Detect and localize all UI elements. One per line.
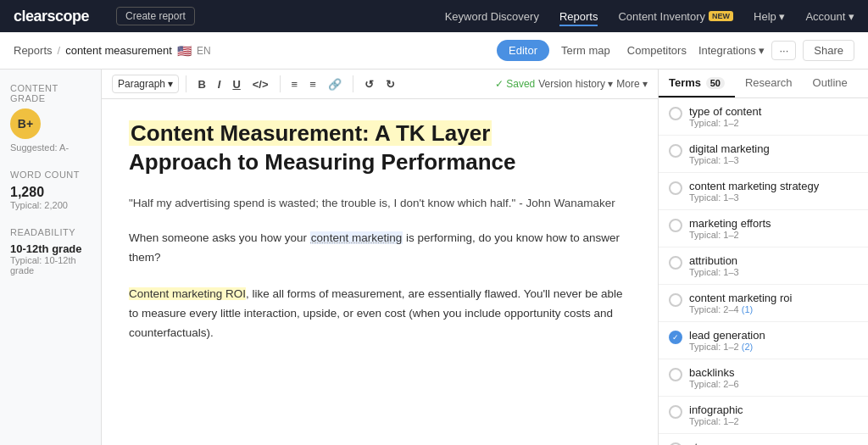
roi-highlight: Content marketing ROI (129, 287, 246, 300)
list-item[interactable]: attributionTypical: 1–3 (659, 248, 868, 285)
term-radio[interactable] (669, 144, 682, 158)
document-para2: Content marketing ROI, like all forms of… (129, 285, 631, 343)
list-item[interactable]: digital marketingTypical: 1–3 (659, 136, 868, 173)
list-item[interactable]: content marketing roiTypical: 2–4 (1) (659, 285, 868, 322)
term-radio[interactable] (669, 368, 682, 381)
logo: clearscope (14, 8, 89, 25)
term-name: backlinks (689, 366, 858, 379)
saved-status: ✓ Saved (495, 78, 535, 90)
competitors-link[interactable]: Competitors (622, 41, 692, 60)
term-name: infographic (689, 403, 858, 416)
toolbar-divider-3 (353, 75, 353, 92)
nav-keyword-discovery[interactable]: Keyword Discovery (445, 7, 539, 26)
term-name: marketing efforts (689, 217, 858, 230)
sub-navigation: Reports / content measurement 🇺🇸 EN Edit… (0, 32, 868, 70)
content-marketing-highlight: content marketing (310, 231, 403, 244)
code-button[interactable]: </> (248, 75, 273, 93)
document-para1: When someone asks you how your content m… (129, 229, 631, 268)
italic-button[interactable]: I (214, 75, 225, 93)
list-item[interactable]: lead generationTypical: 1–2 (2) (659, 322, 868, 359)
bold-button[interactable]: B (193, 75, 209, 93)
editor-toolbar: Paragraph ▾ B I U </> ≡ ≡ 🔗 ↺ ↻ ✓ Saved … (102, 70, 658, 99)
share-button[interactable]: Share (803, 40, 854, 61)
numbered-list-button[interactable]: ≡ (305, 75, 320, 93)
title-part2: Approach to Measuring Performance (129, 149, 516, 175)
document-title: Content Measurement: A TK Layer Approach… (129, 120, 631, 177)
editor-button[interactable]: Editor (497, 40, 549, 61)
term-typical: Typical: 2–4 (1) (689, 304, 858, 314)
link-button[interactable]: 🔗 (324, 75, 346, 93)
term-typical: Typical: 1–3 (689, 192, 858, 203)
term-radio[interactable] (669, 331, 682, 344)
list-item[interactable]: type of contentTypical: 1–2 (659, 98, 868, 136)
word-count-typical: Typical: 2,200 (10, 200, 91, 210)
breadcrumb-current: content measurement (65, 44, 172, 57)
grade-circle: B+ (10, 108, 41, 139)
more-button[interactable]: ··· (771, 41, 796, 60)
main-layout: Content grade B+ Suggested: A- Word coun… (0, 70, 868, 445)
readability-typical: Typical: 10-12th grade (10, 255, 91, 275)
nav-content-inventory[interactable]: Content Inventory NEW (618, 7, 733, 26)
list-item[interactable]: backlinksTypical: 2–6 (659, 359, 868, 397)
term-radio[interactable] (669, 405, 682, 419)
content-grade-section: Content grade B+ Suggested: A- (10, 83, 91, 153)
grade-suggested: Suggested: A- (10, 142, 91, 153)
term-name: lead generation (689, 329, 858, 342)
underline-button[interactable]: U (228, 75, 244, 93)
breadcrumb-separator: / (58, 44, 61, 57)
term-radio[interactable] (669, 107, 682, 120)
term-radio[interactable] (669, 293, 682, 307)
term-typical: Typical: 1–3 (689, 267, 858, 277)
list-item[interactable]: content marketing strategyTypical: 1–3 (659, 173, 868, 210)
breadcrumb-lang: EN (197, 45, 211, 57)
document-quote: "Half my advertising spend is wasted; th… (129, 194, 631, 213)
term-map-link[interactable]: Term map (556, 41, 615, 60)
breadcrumb-reports[interactable]: Reports (14, 44, 53, 57)
tab-research[interactable]: Research (735, 70, 803, 97)
term-radio[interactable] (669, 256, 682, 270)
readability-section: Readability 10-12th grade Typical: 10-12… (10, 227, 91, 275)
term-name: content marketing strategy (689, 180, 858, 192)
editor-content[interactable]: Content Measurement: A TK Layer Approach… (102, 99, 658, 445)
editor-area: Paragraph ▾ B I U </> ≡ ≡ 🔗 ↺ ↻ ✓ Saved … (102, 70, 658, 445)
integrations-link[interactable]: Integrations ▾ (698, 44, 765, 57)
word-count-label: Word count (10, 170, 91, 180)
term-radio[interactable] (669, 219, 682, 232)
list-item[interactable]: ctrTypical: 2–4 (659, 434, 868, 445)
create-report-button[interactable]: Create report (116, 7, 195, 25)
toolbar-divider-1 (186, 75, 186, 92)
term-name: type of content (689, 105, 858, 118)
term-name: ctr (689, 441, 858, 445)
redo-button[interactable]: ↻ (381, 75, 399, 93)
tab-outline[interactable]: Outline (803, 70, 858, 97)
bullet-list-button[interactable]: ≡ (287, 75, 303, 93)
left-sidebar: Content grade B+ Suggested: A- Word coun… (0, 70, 102, 445)
version-history-button[interactable]: Version history ▾ (538, 78, 613, 90)
content-grade-label: Content grade (10, 83, 91, 103)
nav-account[interactable]: Account ▾ (805, 10, 854, 23)
term-typical: Typical: 1–3 (689, 155, 858, 165)
more-toolbar-button[interactable]: More ▾ (616, 78, 648, 90)
tab-terms[interactable]: Terms 50 (659, 70, 735, 97)
nav-reports[interactable]: Reports (559, 7, 598, 26)
terms-list: type of contentTypical: 1–2digital marke… (659, 98, 868, 445)
readability-value: 10-12th grade (10, 242, 91, 255)
term-typical: Typical: 2–6 (689, 379, 858, 389)
term-typical: Typical: 1–2 (689, 230, 858, 240)
undo-button[interactable]: ↺ (360, 75, 378, 93)
term-name: digital marketing (689, 142, 858, 155)
nav-help[interactable]: Help ▾ (754, 10, 785, 23)
word-count-value: 1,280 (10, 185, 91, 200)
term-typical: Typical: 1–2 (2) (689, 342, 858, 352)
paragraph-select[interactable]: Paragraph ▾ (112, 75, 179, 93)
list-item[interactable]: marketing effortsTypical: 1–2 (659, 210, 868, 248)
terms-count: 50 (706, 77, 725, 89)
term-radio[interactable] (669, 181, 682, 195)
top-navigation: clearscope Create report Keyword Discove… (0, 0, 868, 32)
word-count-section: Word count 1,280 Typical: 2,200 (10, 170, 91, 210)
breadcrumb-flag: 🇺🇸 (177, 44, 192, 58)
panel-tabs: Terms 50 Research Outline (659, 70, 868, 98)
new-badge: NEW (709, 11, 733, 21)
sub-nav-actions: Editor Term map Competitors Integrations… (497, 40, 854, 61)
list-item[interactable]: infographicTypical: 1–2 (659, 397, 868, 434)
